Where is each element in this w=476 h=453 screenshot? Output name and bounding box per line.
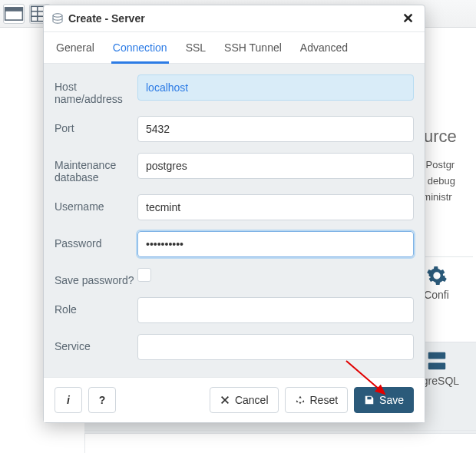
dialog-title: Create - Server	[51, 12, 145, 25]
username-input[interactable]	[137, 194, 414, 220]
service-label: Service	[55, 334, 137, 352]
info-button[interactable]: i	[55, 387, 82, 413]
tab-ssl[interactable]: SSL	[184, 38, 207, 63]
form-body: Host name/address Port Maintenance datab…	[44, 64, 425, 377]
tab-ssh-tunnel[interactable]: SSH Tunnel	[223, 38, 283, 63]
service-input[interactable]	[137, 334, 414, 360]
maintenance-db-input[interactable]	[137, 153, 414, 179]
tab-general[interactable]: General	[55, 38, 96, 63]
password-label: Password	[55, 231, 137, 250]
create-server-dialog: Create - Server ✕ General Connection SSL…	[43, 5, 425, 423]
role-input[interactable]	[137, 297, 414, 323]
recycle-icon	[295, 395, 306, 405]
dialog-header: Create - Server ✕	[44, 5, 425, 32]
save-icon	[364, 395, 375, 405]
db-label: Maintenance database	[55, 153, 137, 184]
x-icon	[220, 395, 230, 405]
cancel-button[interactable]: Cancel	[210, 387, 279, 413]
username-label: Username	[55, 194, 137, 213]
host-label: Host name/address	[55, 74, 137, 105]
server-small-icon	[51, 12, 64, 25]
dialog-title-text: Create - Server	[68, 12, 145, 25]
help-button[interactable]: ?	[88, 387, 116, 413]
port-input[interactable]	[137, 116, 414, 142]
password-input[interactable]	[137, 231, 414, 257]
svg-point-9	[53, 14, 62, 17]
port-label: Port	[55, 116, 137, 134]
close-button[interactable]: ✕	[399, 10, 417, 27]
host-input[interactable]	[137, 74, 414, 101]
save-password-label: Save password?	[55, 268, 137, 286]
dialog-overlay: Create - Server ✕ General Connection SSL…	[0, 0, 476, 453]
save-button[interactable]: Save	[354, 387, 414, 413]
dialog-footer: i ? Cancel Reset Save	[44, 377, 425, 422]
save-password-checkbox[interactable]	[137, 268, 151, 282]
tab-connection[interactable]: Connection	[111, 38, 169, 64]
dialog-tabs: General Connection SSL SSH Tunnel Advanc…	[44, 32, 425, 64]
reset-button[interactable]: Reset	[285, 387, 349, 413]
tab-advanced[interactable]: Advanced	[299, 38, 349, 63]
role-label: Role	[55, 297, 137, 316]
